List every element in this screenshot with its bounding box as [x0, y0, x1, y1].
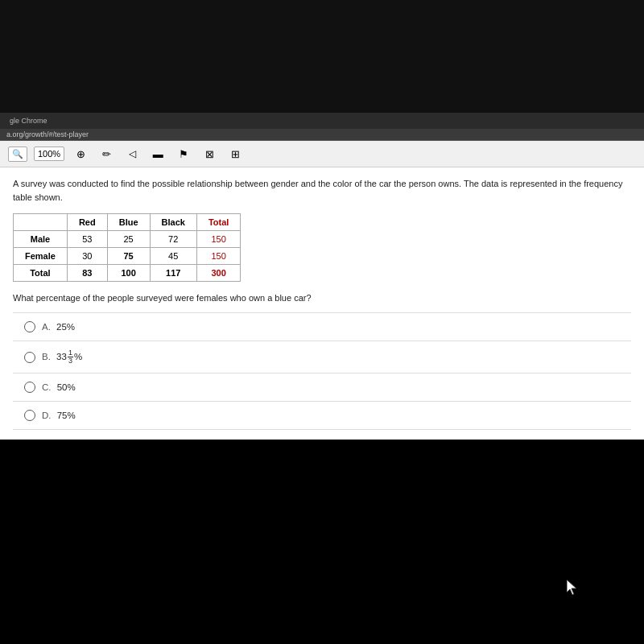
col-header-black: Black — [150, 214, 196, 231]
radio-b[interactable] — [24, 352, 35, 363]
cursor-pointer — [567, 580, 580, 596]
male-black: 72 — [150, 231, 196, 248]
plus-icon: ⊕ — [76, 148, 85, 160]
eraser-icon: ◁ — [129, 148, 136, 159]
male-total: 150 — [196, 231, 240, 248]
content-area: A survey was conducted to find the possi… — [0, 167, 644, 440]
female-total: 150 — [196, 248, 240, 265]
total-total: 300 — [196, 265, 240, 282]
flag-button[interactable]: ⚑ — [174, 145, 193, 163]
grid-icon: ⊞ — [231, 148, 240, 160]
row-total-label: Total — [14, 265, 68, 282]
row-male-label: Male — [14, 231, 68, 248]
sub-question: What percentage of the people surveyed w… — [13, 293, 631, 303]
x-box-button[interactable]: ⊠ — [200, 145, 219, 163]
eraser-button[interactable]: ◁ — [122, 145, 142, 163]
zoom-in-button[interactable]: ⊕ — [71, 145, 90, 163]
flag-icon: ⚑ — [179, 148, 188, 160]
browser-url-bar: a.org/growth/#/test-player — [0, 129, 644, 141]
radio-d[interactable] — [24, 410, 35, 421]
option-b-label: B. 3313% — [42, 349, 82, 365]
total-red: 83 — [67, 265, 107, 282]
url-text: a.org/growth/#/test-player — [6, 130, 89, 138]
answer-options: A. 25% B. 3313% C. 50% — [13, 312, 631, 430]
zoom-value: 100% — [38, 149, 60, 159]
question-intro: A survey was conducted to find the possi… — [13, 177, 631, 204]
option-c[interactable]: C. 50% — [13, 374, 631, 402]
zoom-display: 100% — [34, 147, 64, 161]
monitor-button[interactable]: ▬ — [148, 145, 167, 163]
browser-tab-label: gle Chrome — [5, 115, 52, 126]
radio-a[interactable] — [24, 321, 35, 332]
female-black: 45 — [150, 248, 196, 265]
option-d-label: D. 75% — [42, 411, 76, 420]
toolbar: 🔍 100% ⊕ ✏ ◁ ▬ ⚑ ⊠ ⊞ — [0, 141, 644, 167]
browser-chrome: gle Chrome — [0, 113, 644, 129]
row-female-label: Female — [14, 248, 68, 265]
pen-icon: ✏ — [102, 148, 111, 160]
female-red: 30 — [67, 248, 107, 265]
option-c-label: C. 50% — [42, 382, 76, 392]
monitor-icon: ▬ — [153, 148, 163, 160]
col-header-red: Red — [67, 214, 107, 231]
female-blue: 75 — [107, 248, 150, 265]
top-bezel — [0, 0, 644, 113]
search-icon: 🔍 — [12, 149, 23, 159]
x-box-icon: ⊠ — [205, 148, 214, 160]
male-red: 53 — [67, 231, 107, 248]
option-a-label: A. 25% — [42, 322, 75, 332]
option-d[interactable]: D. 75% — [13, 402, 631, 430]
pen-button[interactable]: ✏ — [97, 145, 116, 163]
col-header-blue: Blue — [107, 214, 150, 231]
option-b[interactable]: B. 3313% — [13, 341, 631, 374]
frequency-table: Red Blue Black Total Male 53 25 72 150 F… — [13, 213, 241, 282]
male-blue: 25 — [107, 231, 150, 248]
col-header-empty — [14, 214, 68, 231]
option-a[interactable]: A. 25% — [13, 312, 631, 341]
search-button[interactable]: 🔍 — [8, 147, 27, 162]
radio-c[interactable] — [24, 382, 35, 393]
main-content: A survey was conducted to find the possi… — [0, 167, 644, 440]
total-black: 117 — [150, 265, 196, 282]
total-blue: 100 — [107, 265, 150, 282]
grid-button[interactable]: ⊞ — [225, 145, 245, 163]
col-header-total: Total — [196, 214, 240, 231]
